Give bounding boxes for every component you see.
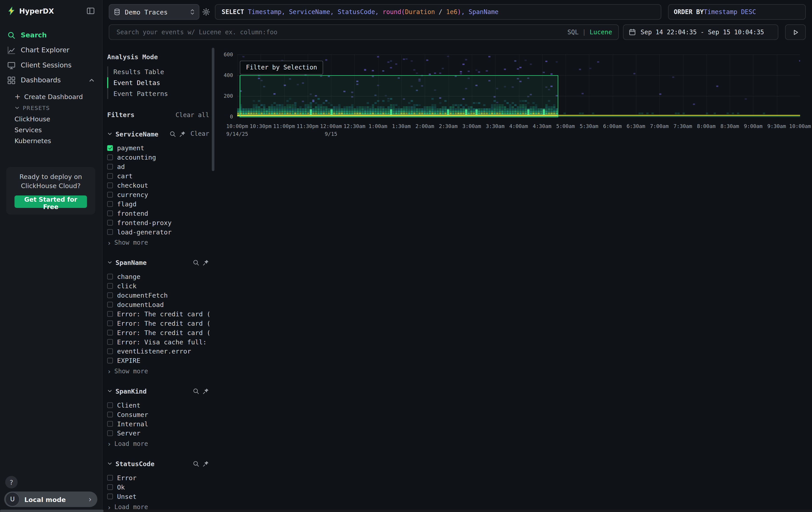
horizontal-scrollbar[interactable] [0, 510, 812, 512]
checkbox-icon[interactable] [107, 192, 113, 197]
get-started-button[interactable]: Get Started for Free [14, 195, 87, 208]
filter-by-selection-button[interactable]: Filter by Selection [240, 61, 323, 75]
mode-sql[interactable]: SQL [568, 28, 579, 36]
checkbox-icon[interactable] [107, 210, 113, 216]
checkbox-icon[interactable] [107, 219, 113, 225]
facet-option[interactable]: Unset [107, 491, 209, 501]
checkbox-icon[interactable] [107, 164, 113, 169]
facet-option[interactable]: eventListener.error [107, 346, 209, 356]
analysis-mode-event-patterns[interactable]: Event Patterns [107, 88, 209, 99]
facet-search-icon[interactable] [193, 387, 199, 394]
filters-scrollbar[interactable] [212, 48, 214, 171]
lucene-search-input[interactable] [115, 28, 568, 36]
user-mode-pill[interactable]: U Local mode › [4, 491, 97, 507]
facet-search-icon[interactable] [193, 259, 199, 266]
checkbox-icon[interactable] [107, 339, 113, 345]
facet-pin-icon[interactable] [179, 131, 186, 137]
checkbox-icon[interactable] [107, 357, 113, 363]
facet-option[interactable]: currency [107, 190, 209, 199]
checkbox-icon[interactable] [107, 311, 113, 317]
facet-option[interactable]: Error: Visa cache full: … [107, 337, 209, 346]
checkbox-icon[interactable] [107, 411, 113, 417]
checkbox-icon[interactable] [107, 301, 113, 307]
checkbox-icon[interactable] [107, 421, 113, 427]
filter-group-header[interactable]: StatusCode [107, 458, 209, 469]
preset-clickhouse[interactable]: ClickHouse [14, 113, 102, 125]
facet-option[interactable]: change [107, 272, 209, 281]
show-more-button[interactable]: ›Show more [107, 367, 209, 376]
facet-option[interactable]: Error [107, 473, 209, 482]
sidebar-item-chart-explorer[interactable]: Chart Explorer [0, 43, 102, 58]
mode-lucene[interactable]: Lucene [590, 28, 612, 36]
sidebar-item-client-sessions[interactable]: Client Sessions [0, 58, 102, 73]
facet-option[interactable]: Client [107, 400, 209, 410]
checkbox-icon[interactable] [107, 145, 113, 151]
show-more-button[interactable]: ›Show more [107, 238, 209, 247]
checkbox-icon[interactable] [107, 475, 113, 480]
sql-query-input[interactable]: SELECT Timestamp, ServiceName, StatusCod… [215, 4, 662, 20]
source-select[interactable]: Demo Traces [109, 4, 199, 20]
facet-option[interactable]: frontend [107, 208, 209, 218]
checkbox-icon[interactable] [107, 201, 113, 207]
facet-option[interactable]: cart [107, 171, 209, 181]
facet-option[interactable]: accounting [107, 153, 209, 162]
checkbox-icon[interactable] [107, 493, 113, 499]
collapse-sidebar-icon[interactable] [86, 7, 95, 15]
filter-group-header[interactable]: SpanName [107, 257, 209, 268]
scrollbar-thumb[interactable] [0, 510, 104, 512]
facet-option[interactable]: Server [107, 428, 209, 438]
checkbox-icon[interactable] [107, 182, 113, 188]
checkbox-icon[interactable] [107, 329, 113, 335]
facet-pin-icon[interactable] [203, 387, 209, 394]
checkbox-icon[interactable] [107, 283, 113, 289]
checkbox-icon[interactable] [107, 292, 113, 298]
checkbox-icon[interactable] [107, 430, 113, 436]
run-query-button[interactable] [785, 24, 806, 40]
facet-option[interactable]: frontend-proxy [107, 218, 209, 227]
facet-pin-icon[interactable] [203, 259, 209, 266]
facet-clear-button[interactable]: Clear [191, 130, 209, 138]
facet-option[interactable]: flagd [107, 199, 209, 208]
analysis-mode-results-table[interactable]: Results Table [107, 66, 209, 77]
analysis-mode-event-deltas[interactable]: Event Deltas [107, 77, 209, 88]
create-dashboard-button[interactable]: + Create Dashboard [14, 91, 102, 102]
facet-option[interactable]: Error: The credit card (… [107, 309, 209, 318]
facet-option[interactable]: Error: The credit card (… [107, 318, 209, 328]
facet-search-icon[interactable] [169, 131, 176, 137]
checkbox-icon[interactable] [107, 173, 113, 179]
facet-option[interactable]: load-generator [107, 227, 209, 236]
checkbox-icon[interactable] [107, 274, 113, 279]
load-more-button[interactable]: ›Load more [107, 439, 209, 449]
presets-toggle[interactable]: PRESETS [14, 102, 102, 113]
facet-option[interactable]: documentFetch [107, 290, 209, 300]
facet-search-icon[interactable] [193, 460, 199, 467]
facet-pin-icon[interactable] [203, 460, 209, 467]
clear-all-filters[interactable]: Clear all [175, 111, 209, 119]
facet-option[interactable]: payment [107, 143, 209, 153]
facet-option[interactable]: Ok [107, 482, 209, 491]
facet-option[interactable]: Error: The credit card (… [107, 328, 209, 337]
sidebar-item-dashboards[interactable]: Dashboards [0, 73, 102, 88]
sidebar-item-search[interactable]: Search [0, 27, 102, 43]
filter-group-header[interactable]: SpanKind [107, 386, 209, 396]
facet-option[interactable]: Internal [107, 419, 209, 428]
checkbox-icon[interactable] [107, 348, 113, 354]
facet-option[interactable]: documentLoad [107, 300, 209, 309]
order-by-input[interactable]: ORDER BY Timestamp DESC [668, 4, 806, 20]
events-heatmap[interactable]: 6004002000 Filter by Selection [237, 52, 800, 119]
facet-option[interactable]: Consumer [107, 410, 209, 419]
checkbox-icon[interactable] [107, 402, 113, 408]
checkbox-icon[interactable] [107, 229, 113, 235]
checkbox-icon[interactable] [107, 320, 113, 326]
facet-option[interactable]: ad [107, 162, 209, 171]
chart-selection[interactable] [240, 75, 558, 117]
preset-services[interactable]: Services [14, 125, 102, 135]
checkbox-icon[interactable] [107, 484, 113, 490]
facet-option[interactable]: checkout [107, 181, 209, 190]
filter-group-header[interactable]: ServiceName Clear [107, 129, 209, 139]
date-range-picker[interactable]: Sep 14 22:04:35 - Sep 15 10:04:35 [623, 24, 778, 40]
help-button[interactable]: ? [5, 476, 18, 488]
checkbox-icon[interactable] [107, 154, 113, 160]
settings-gear-icon[interactable] [202, 8, 210, 16]
facet-option[interactable]: click [107, 281, 209, 290]
